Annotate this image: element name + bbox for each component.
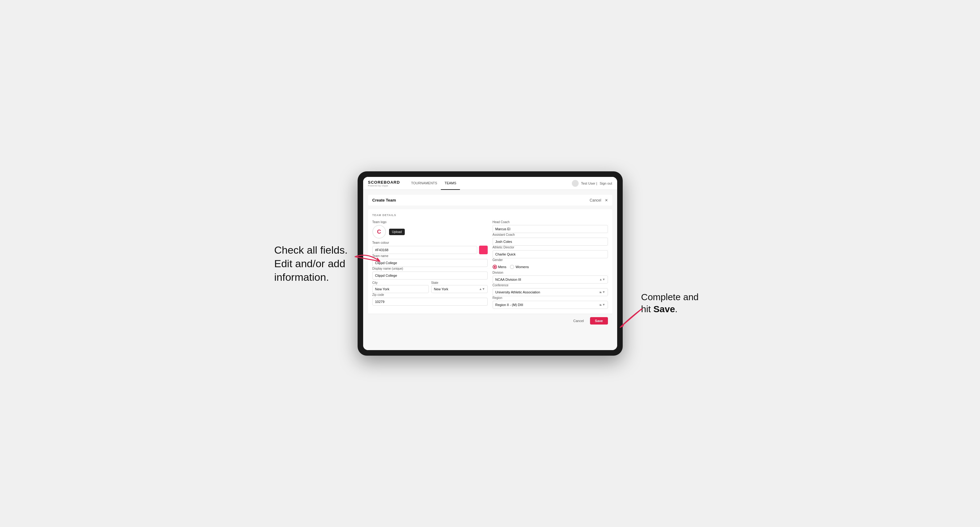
display-name-input[interactable] (372, 271, 488, 279)
user-name: Test User | (581, 181, 597, 185)
brand-sub: Powered by clippd (368, 185, 400, 187)
cancel-button[interactable]: Cancel (570, 317, 587, 324)
head-coach-group: Head Coach (493, 221, 608, 233)
section-label: TEAM DETAILS (372, 214, 608, 217)
arrow-right-icon (611, 306, 645, 333)
gender-mens-option[interactable]: Mens (493, 265, 506, 269)
conference-clear-icon[interactable]: ✕ (599, 290, 601, 294)
main-content: Create Team Cancel ✕ TEAM DETAILS Team l… (363, 190, 617, 350)
conference-label: Conference (493, 284, 608, 287)
team-logo-label: Team logo (372, 221, 488, 224)
colour-swatch (479, 246, 488, 254)
assistant-coach-input[interactable] (493, 238, 608, 246)
division-label: Division (493, 271, 608, 274)
user-avatar-icon (572, 180, 579, 187)
state-select[interactable]: New York (431, 285, 488, 293)
mens-radio-icon (493, 265, 497, 269)
gender-group: Gender Mens Womens (493, 258, 608, 271)
brand-title: SCOREBOARD (368, 180, 400, 185)
annotation-right: Cancel Complete and hit Save. (641, 291, 706, 315)
annotation-left: Check all fields. Edit and/or add inform… (274, 243, 352, 284)
city-state-row: City State New York (372, 279, 488, 293)
region-group: Region Region II - (M) DIII ✕ ▲▼ (493, 296, 608, 309)
team-logo-group: Team logo C Upload (372, 221, 488, 241)
assistant-coach-label: Assistant Coach (493, 233, 608, 237)
page-wrapper: Check all fields. Edit and/or add inform… (274, 171, 706, 356)
division-select[interactable]: NCAA Division III (493, 276, 608, 284)
state-select-wrapper: New York ▲▼ (431, 285, 488, 293)
city-group: City (372, 279, 429, 293)
zip-label: Zip code (372, 293, 488, 297)
mens-label: Mens (498, 265, 506, 269)
region-clear-icon[interactable]: ✕ (599, 303, 601, 306)
city-state-group: City State New York (372, 279, 488, 293)
region-select[interactable]: Region II - (M) DIII (493, 301, 608, 309)
tablet-screen: SCOREBOARD Powered by clippd TOURNAMENTS… (363, 177, 617, 350)
form-grid: Team logo C Upload Team colour (372, 221, 608, 309)
navbar-right: Test User | Sign out (572, 180, 612, 187)
division-select-wrapper: NCAA Division III ▲▼ (493, 276, 608, 284)
zip-input[interactable] (372, 298, 488, 306)
state-group: State New York ▲▼ (431, 279, 488, 293)
conference-select[interactable]: University Athletic Association (493, 288, 608, 296)
logo-area: C Upload (372, 225, 488, 238)
brand: SCOREBOARD Powered by clippd (368, 180, 400, 187)
form-footer: Cancel Save (368, 314, 612, 328)
gender-radio-group: Mens Womens (493, 263, 608, 271)
logo-circle: C (372, 225, 386, 238)
navbar: SCOREBOARD Powered by clippd TOURNAMENTS… (363, 177, 617, 190)
arrow-left-icon (352, 251, 392, 272)
right-column: Head Coach Assistant Coach Athletic Dire… (493, 221, 608, 309)
cancel-x-button[interactable]: Cancel ✕ (590, 198, 608, 203)
nav-tournaments[interactable]: TOURNAMENTS (407, 177, 441, 190)
save-button[interactable]: Save (590, 317, 608, 324)
region-label: Region (493, 296, 608, 300)
city-input[interactable] (372, 285, 429, 293)
team-colour-label: Team colour (372, 241, 488, 244)
conference-group: Conference University Athletic Associati… (493, 284, 608, 296)
head-coach-input[interactable] (493, 225, 608, 233)
gender-womens-option[interactable]: Womens (510, 265, 529, 269)
head-coach-label: Head Coach (493, 221, 608, 224)
tablet-frame: SCOREBOARD Powered by clippd TOURNAMENTS… (358, 171, 623, 356)
form-container: TEAM DETAILS Team logo C Upload (368, 209, 612, 328)
division-group: Division NCAA Division III ▲▼ (493, 271, 608, 284)
create-team-header: Create Team Cancel ✕ (368, 195, 612, 206)
svg-line-1 (620, 309, 642, 327)
gender-label: Gender (493, 258, 608, 262)
upload-button[interactable]: Upload (389, 229, 405, 235)
zip-group: Zip code (372, 293, 488, 306)
page-title: Create Team (372, 198, 396, 203)
womens-label: Womens (515, 265, 529, 269)
assistant-coach-group: Assistant Coach (493, 233, 608, 246)
conference-select-wrapper: University Athletic Association ✕ ▲▼ (493, 288, 608, 296)
womens-radio-icon (510, 265, 514, 269)
state-label: State (431, 281, 438, 284)
nav-teams[interactable]: TEAMS (441, 177, 460, 190)
athletic-director-input[interactable] (493, 250, 608, 258)
athletic-director-label: Athletic Director (493, 246, 608, 249)
athletic-director-group: Athletic Director (493, 246, 608, 258)
nav-links: TOURNAMENTS TEAMS (407, 177, 571, 190)
sign-out-link[interactable]: Sign out (600, 181, 612, 185)
region-select-wrapper: Region II - (M) DIII ✕ ▲▼ (493, 301, 608, 309)
city-label: City (372, 281, 378, 284)
